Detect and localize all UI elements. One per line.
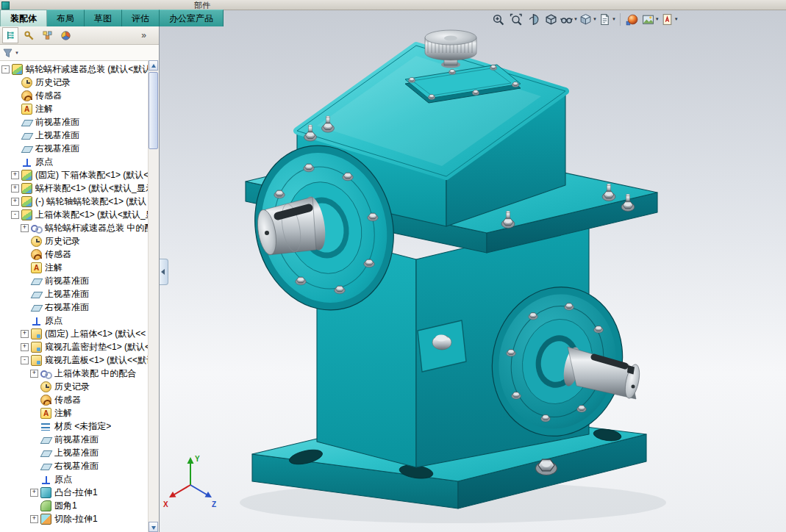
displaymanager-tab[interactable] xyxy=(57,27,74,43)
annotation-visibility-button[interactable]: ▼ xyxy=(661,11,679,27)
ribbon-tab-0[interactable]: 装配体 xyxy=(0,10,47,26)
expand-icon[interactable]: + xyxy=(21,343,29,351)
tree-item[interactable]: 前视基准面 xyxy=(0,433,159,446)
tree-item[interactable]: -窥视孔盖板<1> (默认<<默认 xyxy=(0,353,159,367)
tree-item-label: (固定) 下箱体装配<1> (默认<默 xyxy=(35,169,157,181)
expand-icon[interactable]: + xyxy=(30,370,38,378)
expand-icon[interactable]: + xyxy=(21,224,29,232)
section-view-button[interactable] xyxy=(525,11,541,27)
boss-extrude-icon xyxy=(40,487,51,498)
tree-item-label: 历史记录 xyxy=(54,381,90,393)
expand-icon[interactable]: + xyxy=(11,184,19,193)
ribbon-tab-4[interactable]: 办公室产品 xyxy=(160,10,224,26)
sensors-icon xyxy=(31,249,42,260)
apply-scene-button[interactable]: ▼ xyxy=(642,11,660,27)
scroll-down-button[interactable] xyxy=(149,522,158,532)
expand-icon[interactable]: + xyxy=(11,198,19,206)
ribbon-strip: 部件 xyxy=(0,0,786,10)
graphics-area[interactable]: Y X Z xyxy=(159,26,786,532)
tree-item[interactable]: 历史记录 xyxy=(0,76,159,89)
tree-item[interactable]: +(-) 蜗轮轴蜗轮装配<1> (默认 xyxy=(0,195,159,208)
ribbon-tab-1[interactable]: 布局 xyxy=(47,10,85,26)
tree-item-label: 传感器 xyxy=(45,248,71,261)
tree-item[interactable]: +窥视孔盖密封垫<1> (默认< xyxy=(0,340,159,353)
view-settings-button[interactable]: ▼ xyxy=(599,11,616,27)
tree-item[interactable]: 注解 xyxy=(0,102,159,115)
ribbon-tabs: 装配体布局草图评估办公室产品 xyxy=(0,10,224,26)
edit-appearance-button[interactable] xyxy=(624,11,640,27)
featuremanager-tree-tab[interactable] xyxy=(2,27,18,43)
collapse-icon[interactable]: - xyxy=(21,356,29,364)
section-view-icon xyxy=(527,13,540,26)
tree-item[interactable]: 右视基准面 xyxy=(0,301,159,314)
tree-item[interactable]: 上视基准面 xyxy=(0,287,159,301)
tree-item[interactable]: 前视基准面 xyxy=(0,115,159,129)
tree-item[interactable]: +上箱体装配 中的配合 xyxy=(0,367,159,380)
tree-item[interactable]: 历史记录 xyxy=(0,234,159,248)
panel-collapse-button[interactable] xyxy=(160,259,168,285)
expand-icon[interactable]: + xyxy=(30,489,38,497)
tree-item-label: 原点 xyxy=(35,156,53,168)
configurationmanager-tab[interactable] xyxy=(39,27,55,43)
propertymanager-tab[interactable] xyxy=(21,27,37,43)
scroll-up-button[interactable] xyxy=(149,60,158,71)
dropdown-caret-icon[interactable]: ▼ xyxy=(593,17,597,21)
tree-item[interactable]: 原点 xyxy=(0,155,159,168)
tree-item[interactable]: 原点 xyxy=(0,314,159,327)
tree-item[interactable]: +(固定) 下箱体装配<1> (默认<默 xyxy=(0,168,159,181)
dropdown-caret-icon[interactable]: ▼ xyxy=(674,17,679,21)
expand-icon[interactable]: + xyxy=(11,171,19,179)
filter-caret-icon[interactable]: ▼ xyxy=(15,51,19,55)
tree-item-label: 右视基准面 xyxy=(35,143,79,155)
tree-item[interactable]: 前视基准面 xyxy=(0,274,159,287)
tree-item[interactable]: 传感器 xyxy=(0,248,159,261)
viewport-3d-model[interactable]: Y X Z xyxy=(159,26,786,532)
display-style-button[interactable] xyxy=(543,11,559,27)
scrollbar-thumb[interactable] xyxy=(149,72,158,149)
tree-item[interactable]: 原点 xyxy=(0,472,159,486)
tree-item[interactable]: +蜗杆装配<1> (默认<默认_显示 xyxy=(0,181,159,195)
ribbon-tab-2[interactable]: 草图 xyxy=(85,10,122,26)
tree-item-label: (固定) 上箱体<1> (默认<< xyxy=(45,328,146,340)
tree-item[interactable]: -蜗轮蜗杆减速器总装 (默认<默认_ xyxy=(0,62,159,76)
dropdown-caret-icon[interactable]: ▼ xyxy=(574,17,578,21)
hide-show-items-button[interactable]: ▼ xyxy=(560,11,578,27)
tree-item[interactable]: +切除-拉伸1 xyxy=(0,512,159,525)
tree-item[interactable]: +(固定) 上箱体<1> (默认<< xyxy=(0,327,159,340)
tree-item[interactable]: +蜗轮蜗杆减速器总装 中的配 xyxy=(0,221,159,234)
dropdown-caret-icon[interactable]: ▼ xyxy=(612,17,616,21)
tree-item-label: 上箱体装配<1> (默认<默认_显 xyxy=(35,209,154,221)
headsup-toolbar: ▼▼▼▼▼ xyxy=(490,10,679,28)
tree-item[interactable]: 上视基准面 xyxy=(0,129,159,142)
tree-item[interactable]: 传感器 xyxy=(0,393,159,406)
collapse-icon[interactable]: - xyxy=(1,65,10,73)
part-icon xyxy=(31,342,42,353)
expand-icon[interactable]: + xyxy=(21,330,29,338)
tree-item[interactable]: 注解 xyxy=(0,406,159,420)
dropdown-caret-icon[interactable]: ▼ xyxy=(655,17,660,21)
view-orientation-button[interactable]: ▼ xyxy=(579,11,597,27)
zoom-to-fit-button[interactable] xyxy=(507,11,524,27)
tree-item[interactable]: 上视基准面 xyxy=(0,446,159,459)
tree-item[interactable]: 传感器 xyxy=(0,89,159,102)
collapse-icon[interactable]: - xyxy=(11,211,19,219)
ribbon-tab-3[interactable]: 评估 xyxy=(122,10,160,26)
tree-item[interactable]: 历史记录 xyxy=(0,380,159,393)
assembly-icon xyxy=(21,170,32,181)
tree-item[interactable]: 右视基准面 xyxy=(0,459,159,472)
tree-item[interactable]: 注解 xyxy=(0,261,159,274)
tree-item-label: (-) 蜗轮轴蜗轮装配<1> (默认 xyxy=(35,195,146,208)
zoom-to-area-button[interactable] xyxy=(490,11,506,27)
panel-overflow-button[interactable]: » xyxy=(141,28,146,43)
tree-scrollbar[interactable] xyxy=(148,60,159,532)
tree-item[interactable]: 右视基准面 xyxy=(0,142,159,155)
tree-item[interactable]: +凸台-拉伸1 xyxy=(0,486,159,499)
tree-item[interactable]: 圆角1 xyxy=(0,499,159,512)
tree-item[interactable]: 材质 <未指定> xyxy=(0,420,159,433)
tree-item-label: 传感器 xyxy=(54,394,81,406)
part-icon xyxy=(31,355,42,366)
tree-item[interactable]: -上箱体装配<1> (默认<默认_显 xyxy=(0,208,159,221)
tree-filter[interactable]: ▼ xyxy=(0,45,159,61)
triad-y-label: Y xyxy=(195,455,200,463)
expand-icon[interactable]: + xyxy=(30,515,38,523)
